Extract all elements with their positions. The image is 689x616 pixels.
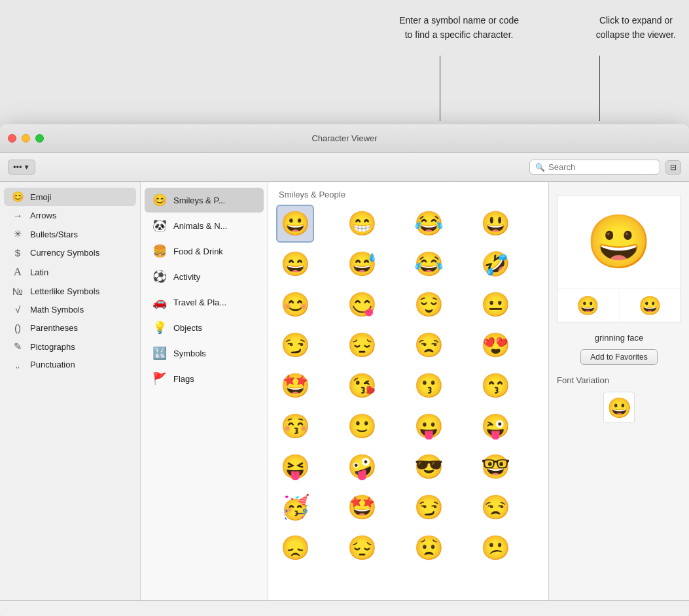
sidebar-item-emoji[interactable]: 😊 Emoji [4,188,136,206]
emoji-cell[interactable]: 😅 [343,245,381,283]
character-viewer-window: Character Viewer ••• ▼ 🔍 ⊟ 😊 Emoji → [0,124,689,616]
emoji-grid: 😀😁😂😃😄😅😂🤣😊😋😌😐😏😔😒😍🤩😘😗😙😚🙂😛😜😝🤪😎🤓🥳🤩😏😒😞😔😟😕 [276,205,540,567]
emoji-cell[interactable]: 🤩 [276,367,314,405]
annotation-expand-collapse: Click to expand orcollapse the viewer. [596,13,676,43]
emoji-cell[interactable]: 😏 [410,488,448,526]
emoji-cell[interactable]: 😔 [343,326,381,364]
sidebar-item-latin[interactable]: A Latin [4,262,136,282]
emoji-cell[interactable]: 😍 [476,326,514,364]
sidebar-item-bullets[interactable]: ✳ Bullets/Stars [4,225,136,243]
emoji-cell[interactable]: 😏 [276,326,314,364]
sidebar-item-arrows[interactable]: → Arrows [4,207,136,224]
flags-category-icon: 🚩 [152,371,167,386]
annotation-search-hint: Enter a symbol name or codeto find a spe… [399,13,519,43]
sidebar-item-emoji-label: Emoji [30,192,52,202]
sidebar-item-bullets-label: Bullets/Stars [30,230,78,239]
emoji-cell[interactable]: 😙 [476,367,514,405]
food-category-icon: 🍔 [152,244,167,258]
search-icon: 🔍 [535,163,545,172]
emoji-cell[interactable]: 😃 [476,205,514,243]
traffic-lights [8,134,44,143]
emoji-cell[interactable]: 🙂 [343,407,381,445]
punctuation-icon: ,, [12,361,24,369]
bullets-icon: ✳ [12,228,24,240]
emoji-cell[interactable]: 😊 [276,286,314,324]
emoji-cell[interactable]: 😝 [276,448,314,486]
close-button[interactable] [8,134,16,143]
detail-panel: 😀 😀 😀 grinning face Add to Favorites Fon… [548,182,689,600]
arrows-icon: → [12,210,24,221]
sidebar-item-parentheses[interactable]: () Parentheses [4,319,136,337]
category-travel[interactable]: 🚗 Travel & Pla... [145,290,264,315]
emoji-section-title: Smileys & People [276,190,540,199]
sidebar-item-currency[interactable]: $ Currency Symbols [4,244,136,262]
expand-collapse-button[interactable]: ⊟ [665,160,681,175]
emoji-cell[interactable]: 😀 [276,205,314,243]
objects-category-icon: 💡 [152,320,167,335]
emoji-cell[interactable]: 😜 [476,407,514,445]
emoji-cell[interactable]: 🤩 [343,488,381,526]
search-box: 🔍 [529,160,660,175]
emoji-cell[interactable]: 😒 [410,326,448,364]
sidebar-item-math-label: Math Symbols [30,305,84,315]
emoji-cell[interactable]: 😞 [276,529,314,567]
emoji-cell[interactable]: 😟 [410,529,448,567]
emoji-cell[interactable]: 🥳 [276,488,314,526]
sidebar-item-letterlike-label: Letterlike Symbols [30,286,99,296]
emoji-cell[interactable]: 😄 [276,245,314,283]
category-flags[interactable]: 🚩 Flags [145,366,264,391]
emoji-cell[interactable]: 😂 [410,245,448,283]
toolbar: ••• ▼ 🔍 ⊟ [0,153,689,182]
emoji-cell[interactable]: 😘 [343,367,381,405]
emoji-cell[interactable]: 😚 [276,407,314,445]
category-animals[interactable]: 🐼 Animals & N... [145,213,264,238]
sidebar-item-letterlike[interactable]: № Letterlike Symbols [4,282,136,300]
annotation-line-right [599,56,600,121]
emoji-cell[interactable]: 🤓 [476,448,514,486]
category-travel-label: Travel & Pla... [173,298,226,307]
emoji-cell[interactable]: 😗 [410,367,448,405]
category-food[interactable]: 🍔 Food & Drink [145,239,264,264]
emoji-cell[interactable]: 😐 [476,286,514,324]
maximize-button[interactable] [35,134,44,143]
font-variation-cell[interactable]: 😀 [603,392,635,423]
sidebar-item-pictographs[interactable]: ✎ Pictographs [4,337,136,356]
ellipsis-icon: ••• [13,162,22,172]
category-activity-label: Activity [173,272,200,282]
emoji-cell[interactable]: 😁 [343,205,381,243]
minimize-button[interactable] [22,134,30,143]
category-objects[interactable]: 💡 Objects [145,315,264,340]
category-activity[interactable]: ⚽ Activity [145,264,264,289]
emoji-cell[interactable]: 😋 [343,286,381,324]
sidebar-item-math[interactable]: √ Math Symbols [4,301,136,318]
search-input[interactable] [548,162,654,172]
emoji-cell[interactable]: 🤣 [476,245,514,283]
emoji-panel: Smileys & People 😀😁😂😃😄😅😂🤣😊😋😌😐😏😔😒😍🤩😘😗😙😚🙂😛… [268,182,548,600]
category-animals-label: Animals & N... [173,221,227,231]
emoji-cell[interactable]: 😌 [410,286,448,324]
chevron-down-icon: ▼ [24,163,30,171]
emoji-cell[interactable]: 😛 [410,407,448,445]
font-variation-grid: 😀 [603,392,635,423]
emoji-cell[interactable]: 😂 [410,205,448,243]
emoji-cell[interactable]: 😎 [410,448,448,486]
sidebar-item-punctuation[interactable]: ,, Punctuation [4,356,136,373]
emoji-cell[interactable]: 😕 [476,529,514,567]
travel-category-icon: 🚗 [152,295,167,309]
category-symbols[interactable]: 🔣 Symbols [145,341,264,366]
emoji-cell[interactable]: 🤪 [343,448,381,486]
currency-icon: $ [12,247,24,258]
category-symbols-label: Symbols [173,349,206,358]
sidebar-item-arrows-label: Arrows [30,211,56,220]
category-smileys[interactable]: 😊 Smileys & P... [145,188,264,213]
activity-category-icon: ⚽ [152,269,167,284]
emoji-cell[interactable]: 😒 [476,488,514,526]
detail-emoji-name: grinning face [595,333,643,343]
detail-main-emoji: 😀 [557,196,680,288]
toolbar-menu-button[interactable]: ••• ▼ [8,160,35,175]
category-flags-label: Flags [173,374,194,384]
add-to-favorites-button[interactable]: Add to Favorites [580,349,657,365]
emoji-cell[interactable]: 😔 [343,529,381,567]
category-objects-label: Objects [173,323,202,333]
detail-grid-cell-2: 😀 [620,289,681,322]
